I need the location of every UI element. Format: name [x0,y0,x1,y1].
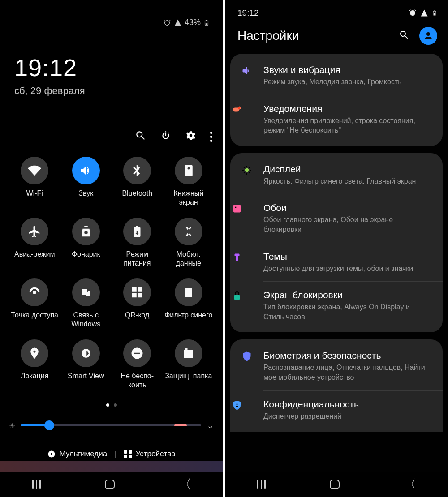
settings-row[interactable]: Обои Обои главного экрана, Обои на экран… [263,194,443,242]
qs-tile-label: Не беспо-коить [112,372,162,390]
nav-home-button[interactable] [105,480,115,489]
qs-tile-icon-10 [123,278,151,306]
qs-tile-5[interactable]: Фонарик [60,218,112,276]
qs-tile-label: Локация [21,372,48,381]
nav-recents-button[interactable] [257,480,266,489]
settings-row-icon [230,399,254,411]
qs-tile-14[interactable]: Не беспо-коить [112,339,163,398]
qs-tile-label: Защищ. папка [165,372,212,381]
settings-gear-button[interactable] [185,130,197,143]
brightness-low-icon: ☀ [9,421,15,430]
settings-row-icon [240,350,254,362]
settings-row[interactable]: Дисплей Яркость, Фильтр синего света, Гл… [230,156,443,194]
settings-row-title: Экран блокировки [263,290,432,300]
qs-tile-icon-6 [123,218,151,245]
qs-tile-icon-12 [21,339,48,367]
qs-tile-icon-5 [72,218,100,245]
settings-row-icon [230,103,254,115]
settings-row-subtitle: Яркость, Фильтр синего света, Главный эк… [263,176,432,186]
quick-settings-panel: 43% 19:12 сб, 29 февраля Wi-Fi Звук [0,0,223,497]
search-button[interactable] [399,30,409,42]
qs-tile-10[interactable]: QR-код [112,278,163,337]
svg-point-20 [235,206,237,208]
settings-row[interactable]: Биометрия и безопасность Распознавание л… [230,342,443,390]
settings-row-icon [230,290,254,301]
settings-card: Биометрия и безопасность Распознавание л… [230,339,443,432]
settings-row-icon [230,202,254,214]
qs-tile-icon-2 [123,157,151,184]
alarm-icon [163,19,171,27]
settings-row[interactable]: Конфиденциальность Диспетчер разрешений [263,390,443,429]
brightness-slider[interactable]: ☀ ⌄ [9,420,214,431]
qs-tile-label: Точка доступа [11,311,58,320]
battery-icon [432,9,437,17]
qs-tile-15[interactable]: Защищ. папка [163,339,215,398]
media-output-button[interactable]: Мультимедиа [47,450,107,458]
qs-tile-7[interactable]: Мобил. данные [163,218,215,276]
qs-tile-label: Wi-Fi [26,189,43,198]
qs-tile-13[interactable]: Smart View [60,339,112,398]
settings-row-title: Биометрия и безопасность [263,350,432,361]
qs-tile-11[interactable]: Фильтр синего [163,278,215,337]
alarm-icon [409,9,417,17]
brightness-expand-button[interactable]: ⌄ [207,420,214,431]
qs-tile-label: Звук [78,189,93,198]
battery-icon [203,18,210,27]
page-indicator [0,403,223,407]
svg-rect-7 [434,13,435,15]
qs-tile-icon-8 [21,278,48,306]
search-button[interactable] [135,130,146,143]
settings-row-icon [240,64,254,76]
qs-tile-label: Связь с Windows [61,311,111,329]
qs-tile-12[interactable]: Локация [9,339,60,398]
settings-card: Звуки и вибрация Режим звука, Мелодия зв… [230,54,443,146]
settings-row[interactable]: Звуки и вибрация Режим звука, Мелодия зв… [230,56,443,95]
qs-tile-label: Фильтр синего [164,311,212,320]
settings-row[interactable]: Экран блокировки Тип блокировки экрана, … [263,281,443,330]
media-label: Мультимедиа [59,450,107,458]
qs-tile-icon-0 [21,157,48,184]
qs-tile-8[interactable]: Точка доступа [9,278,60,337]
settings-row[interactable]: Уведомления Уведомления приложений, стро… [263,95,443,143]
devices-button[interactable]: Устройства [124,450,176,458]
settings-row-icon [230,251,254,263]
settings-row-subtitle: Уведомления приложений, строка состояния… [263,116,432,135]
power-button[interactable] [160,130,172,143]
settings-card: Дисплей Яркость, Фильтр синего света, Гл… [230,153,443,333]
clock-block: 19:12 сб, 29 февраля [14,54,85,97]
navigation-bar: 〈 [0,472,223,497]
qs-tile-1[interactable]: Звук [60,157,112,215]
svg-point-9 [238,107,241,109]
svg-point-10 [245,168,249,172]
qs-tile-label: Фонарик [72,250,100,259]
svg-line-15 [244,167,245,168]
qs-tile-label: Мобил. данные [164,250,213,268]
qs-tile-9[interactable]: Связь с Windows [60,278,112,337]
status-bar: 19:12 [237,8,437,18]
nav-back-button[interactable]: 〈 [404,476,416,493]
svg-point-22 [236,403,238,405]
settings-row-icon [240,164,254,176]
navigation-bar: 〈 [225,472,448,497]
nav-recents-button[interactable] [32,480,41,489]
qs-tile-label: Книжный экран [164,189,213,207]
qs-tile-label: Режим питания [112,250,162,268]
devices-icon [124,450,132,458]
status-time: 19:12 [237,8,259,18]
account-avatar-button[interactable] [419,27,437,45]
qs-tile-2[interactable]: Bluetooth [112,157,163,215]
qs-tile-label: Smart View [68,372,104,381]
nav-back-button[interactable]: 〈 [179,476,191,493]
qs-tile-label: QR-код [125,311,149,320]
qs-tile-3[interactable]: Книжный экран [163,157,215,215]
qs-tile-label: Авиа-режим [14,250,55,259]
settings-title: Настройки [237,29,299,43]
more-menu-button[interactable] [210,132,212,142]
settings-row-subtitle: Обои главного экрана, Обои на экране бло… [263,215,432,234]
settings-row[interactable]: Темы Доступные для загрузки темы, обои и… [263,243,443,282]
qs-tile-4[interactable]: Авиа-режим [9,218,60,276]
qs-tile-label: Bluetooth [122,189,152,198]
nav-home-button[interactable] [330,480,340,489]
qs-tile-0[interactable]: Wi-Fi [9,157,60,215]
qs-tile-6[interactable]: Режим питания [112,218,163,276]
